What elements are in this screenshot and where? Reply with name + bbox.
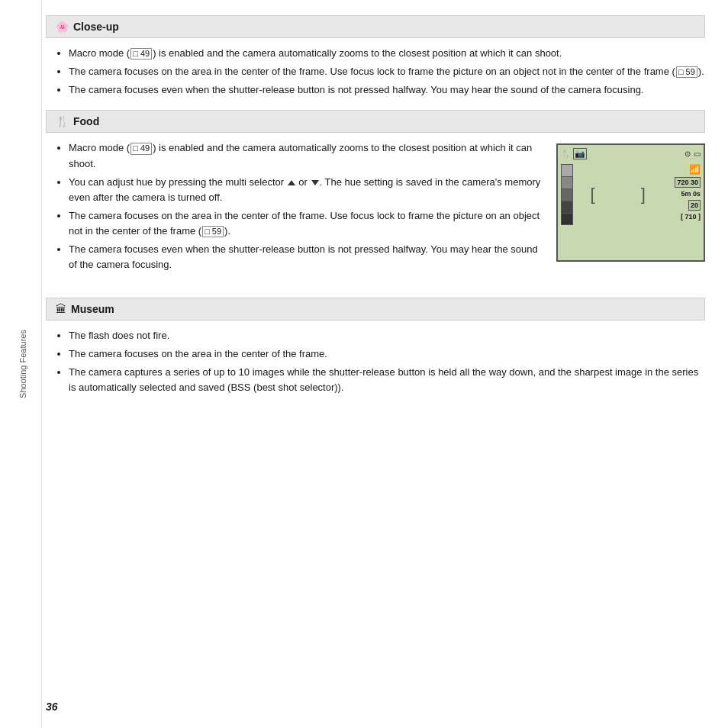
list-item: The camera captures a series of up to 10…	[69, 365, 705, 395]
display-top-row: 🍴 📷 ⊙ ▭	[561, 148, 701, 159]
macro-icon: 📷	[573, 148, 587, 159]
settings-icon: ⊙	[685, 150, 691, 158]
camera-lcd-display: 🍴 📷 ⊙ ▭	[556, 143, 705, 262]
strip-seg	[562, 177, 572, 189]
strip-seg	[562, 201, 572, 214]
resolution-info: 720 30	[675, 177, 701, 188]
museum-title: Museum	[71, 303, 114, 315]
close-up-list: Macro mode (□ 49) is enabled and the cam…	[69, 46, 705, 98]
food-header: 🍴 Food	[46, 110, 705, 133]
display-strip	[561, 164, 573, 225]
ref-box: □ 59	[202, 226, 224, 237]
arrow-down-icon	[311, 180, 319, 185]
close-up-header: 🌸 Close-up	[46, 15, 705, 38]
section-food: 🍴 Food Macro mode (□ 49) is enabled and …	[46, 110, 705, 285]
frame-count-info: [ 710 ]	[681, 213, 701, 221]
display-bracket: [ ]	[576, 164, 672, 225]
battery-icon: ▭	[694, 150, 701, 158]
food-list: Macro mode (□ 49) is enabled and the cam…	[69, 140, 544, 272]
sidebar-label: Shooting Features	[18, 318, 27, 410]
list-item: The camera focuses even when the shutter…	[69, 82, 705, 98]
count-info: 20	[688, 200, 701, 211]
list-item: Macro mode (□ 49) is enabled and the cam…	[69, 46, 705, 61]
time-info: 5m 0s	[681, 190, 701, 198]
list-item: Macro mode (□ 49) is enabled and the cam…	[69, 140, 544, 171]
food-content: Macro mode (□ 49) is enabled and the cam…	[46, 140, 705, 285]
ref-box: □ 59	[676, 66, 697, 78]
strip-seg	[562, 189, 572, 201]
page-number: 36	[46, 701, 58, 713]
display-middle: [ ] 📶 720 30 5m 0s 20 [ 710 ]	[561, 164, 701, 225]
strip-seg	[562, 165, 572, 177]
museum-icon: 🏛	[56, 303, 66, 315]
museum-list: The flash does not fire. The camera focu…	[69, 328, 705, 396]
sidebar: Shooting Features	[0, 0, 42, 728]
food-mode-icon: 🍴	[561, 149, 572, 159]
wireless-icon: 📶	[689, 164, 701, 175]
ref-box: □ 49	[130, 143, 152, 154]
list-item: The camera focuses even when the shutter…	[69, 242, 544, 272]
display-top-left: 🍴 📷	[561, 148, 587, 159]
food-title: Food	[73, 115, 99, 127]
museum-header: 🏛 Museum	[46, 298, 705, 321]
food-icon: 🍴	[56, 115, 69, 127]
list-item: The flash does not fire.	[69, 328, 705, 343]
strip-seg	[562, 214, 572, 225]
close-up-icon: 🌸	[56, 21, 69, 33]
list-item: You can adjust hue by pressing the multi…	[69, 175, 544, 205]
bracket-icon: [ ]	[591, 185, 658, 205]
ref-box: □ 49	[130, 48, 152, 60]
arrow-up-icon	[288, 180, 295, 185]
list-item: The camera focuses on the area in the ce…	[69, 64, 705, 79]
display-right-info: 📶 720 30 5m 0s 20 [ 710 ]	[675, 164, 701, 221]
display-top-right: ⊙ ▭	[685, 150, 701, 158]
close-up-title: Close-up	[73, 21, 119, 33]
section-museum: 🏛 Museum The flash does not fire. The ca…	[46, 298, 705, 396]
food-text: Macro mode (□ 49) is enabled and the cam…	[46, 140, 544, 285]
list-item: The camera focuses on the area in the ce…	[69, 346, 705, 362]
list-item: The camera focuses on the area in the ce…	[69, 208, 544, 239]
section-close-up: 🌸 Close-up Macro mode (□ 49) is enabled …	[46, 15, 705, 98]
main-content: 🌸 Close-up Macro mode (□ 49) is enabled …	[46, 15, 705, 395]
